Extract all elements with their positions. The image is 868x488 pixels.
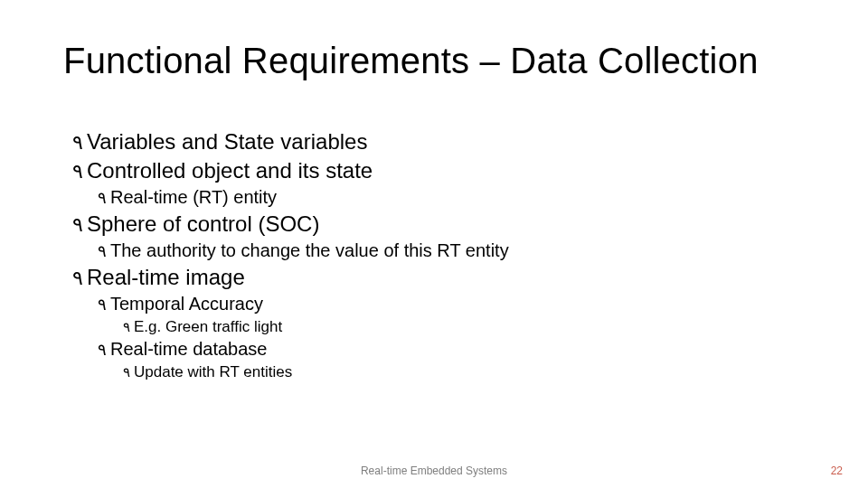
flourish-icon: ٩ [72, 267, 83, 291]
bullet-text: Update with RT entities [134, 363, 292, 380]
flourish-icon: ٩ [72, 213, 83, 238]
footer-text: Real-time Embedded Systems [0, 465, 868, 477]
slide: Functional Requirements – Data Collectio… [0, 0, 868, 488]
bullet-text: Variables and State variables [87, 129, 367, 154]
flourish-icon: ٩ [98, 188, 107, 209]
flourish-icon: ٩ [98, 340, 107, 361]
bullet-level2: ٩Real-time database [98, 338, 814, 361]
page-number: 22 [831, 465, 843, 477]
bullet-level3: ٩E.g. Green traffic light [123, 317, 814, 336]
bullet-text: Real-time image [87, 265, 245, 289]
bullet-level2: ٩Real-time (RT) entity [98, 186, 814, 209]
bullet-text: The authority to change the value of thi… [110, 240, 509, 260]
flourish-icon: ٩ [123, 363, 130, 380]
bullet-level3: ٩Update with RT entities [123, 362, 814, 381]
bullet-level1: ٩Sphere of control (SOC) [72, 211, 814, 238]
bullet-text: Real-time database [110, 339, 267, 359]
bullet-text: Controlled object and its state [87, 158, 373, 183]
bullet-text: Temporal Accuracy [110, 294, 263, 314]
bullet-level1: ٩Controlled object and its state [72, 157, 814, 184]
flourish-icon: ٩ [72, 160, 83, 184]
bullet-level1: ٩Real-time image [72, 264, 814, 291]
bullet-level2: ٩The authority to change the value of th… [98, 239, 814, 262]
slide-title: Functional Requirements – Data Collectio… [63, 41, 759, 81]
flourish-icon: ٩ [123, 318, 130, 335]
flourish-icon: ٩ [72, 131, 83, 155]
bullet-level2: ٩Temporal Accuracy [98, 293, 814, 315]
bullet-text: Sphere of control (SOC) [87, 211, 319, 236]
bullet-text: E.g. Green traffic light [134, 318, 282, 335]
slide-content: ٩Variables and State variables ٩Controll… [72, 127, 814, 384]
bullet-text: Real-time (RT) entity [110, 187, 277, 207]
flourish-icon: ٩ [98, 295, 107, 315]
flourish-icon: ٩ [98, 241, 107, 262]
bullet-level1: ٩Variables and State variables [72, 128, 814, 155]
